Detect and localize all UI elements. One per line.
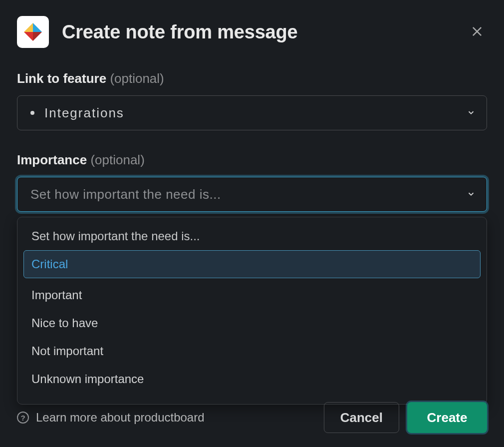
svg-marker-2	[24, 32, 33, 41]
option-nice-to-have[interactable]: Nice to have	[23, 309, 481, 337]
create-button[interactable]: Create	[407, 402, 487, 433]
importance-placeholder: Set how important the need is...	[30, 187, 221, 202]
dropdown-header: Set how important the need is...	[23, 229, 481, 250]
learn-more-text: Learn more about productboard	[36, 411, 205, 425]
option-critical[interactable]: Critical	[23, 250, 481, 278]
modal-title: Create note from message	[62, 21, 454, 43]
productboard-logo-icon	[17, 16, 49, 48]
importance-dropdown: Set how important the need is... Critica…	[17, 217, 487, 405]
link-to-feature-select[interactable]: Integrations	[17, 95, 487, 130]
option-not-important[interactable]: Not important	[23, 337, 481, 365]
help-icon: ?	[17, 412, 29, 424]
importance-group: Importance (optional) Set how important …	[17, 152, 487, 405]
bullet-icon	[30, 111, 34, 115]
option-important[interactable]: Important	[23, 281, 481, 309]
option-unknown[interactable]: Unknown importance	[23, 365, 481, 393]
modal-header: Create note from message	[17, 16, 487, 48]
link-to-feature-label: Link to feature (optional)	[17, 71, 487, 86]
svg-marker-1	[24, 23, 33, 32]
link-to-feature-value: Integrations	[44, 105, 124, 121]
modal-footer: ? Learn more about productboard Cancel C…	[17, 402, 487, 433]
cancel-button[interactable]: Cancel	[324, 402, 399, 433]
close-icon	[470, 32, 484, 40]
importance-select[interactable]: Set how important the need is...	[17, 177, 487, 212]
learn-more-link[interactable]: ? Learn more about productboard	[17, 411, 316, 425]
link-to-feature-group: Link to feature (optional) Integrations	[17, 71, 487, 130]
svg-marker-0	[33, 23, 42, 32]
create-note-modal: Create note from message Link to feature…	[0, 0, 504, 447]
chevron-down-icon	[467, 105, 476, 121]
close-button[interactable]	[467, 21, 487, 43]
importance-label: Importance (optional)	[17, 152, 487, 168]
chevron-down-icon	[467, 187, 476, 202]
svg-marker-3	[33, 32, 42, 41]
